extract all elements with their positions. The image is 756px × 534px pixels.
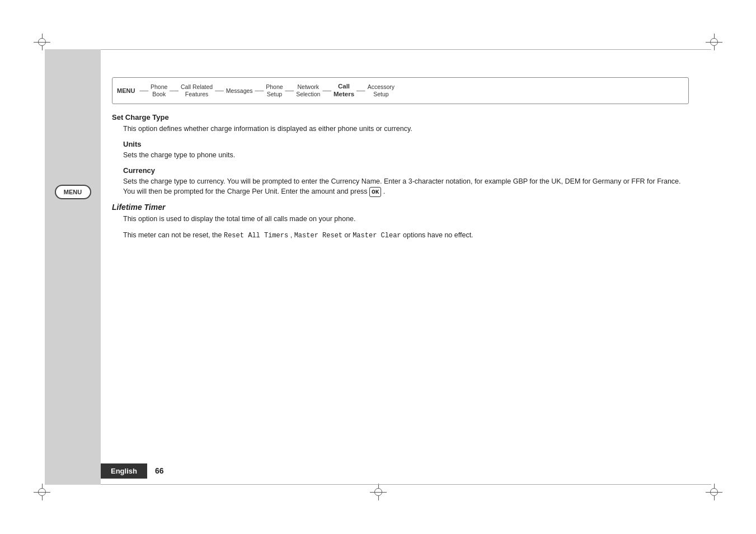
main-content: MENU ── PhoneBook ── Call RelatedFeature… bbox=[101, 49, 711, 485]
menu-button-area: MENU bbox=[45, 185, 101, 199]
menu-button-label: MENU bbox=[64, 189, 82, 195]
nav-item-call-meters[interactable]: CallMeters bbox=[334, 83, 354, 99]
section-body-lifetime-timer-2: This meter can not be reset, the Reset A… bbox=[123, 230, 689, 241]
nav-label-call-meters: CallMeters bbox=[334, 83, 354, 99]
section-title-set-charge-type: Set Charge Type bbox=[112, 113, 689, 121]
nav-label-accessory-setup: AccessorySetup bbox=[368, 83, 395, 97]
nav-label-phone-book: PhoneBook bbox=[151, 83, 167, 97]
crosshair-top-right bbox=[706, 34, 722, 50]
nav-arrow-5: ── bbox=[322, 87, 331, 94]
subsection-title-units: Units bbox=[123, 140, 689, 148]
nav-arrow-6: ── bbox=[356, 87, 365, 94]
lifetime-mid2: or bbox=[345, 231, 353, 239]
section-body-set-charge-type: This option defines whether charge infor… bbox=[123, 124, 689, 134]
nav-arrow-1: ── bbox=[170, 87, 179, 94]
currency-body-text: Sets the charge type to currency. You wi… bbox=[123, 177, 681, 196]
navigation-bar: MENU ── PhoneBook ── Call RelatedFeature… bbox=[112, 77, 689, 104]
left-sidebar bbox=[45, 49, 101, 485]
nav-label-phone-setup: PhoneSetup bbox=[266, 83, 283, 97]
nav-label-messages: Messages bbox=[226, 87, 253, 95]
lifetime-code2: Master Reset bbox=[294, 232, 342, 240]
nav-menu: MENU bbox=[117, 87, 137, 94]
ok-badge: OK bbox=[369, 187, 381, 198]
nav-item-messages[interactable]: Messages bbox=[226, 87, 253, 95]
crosshair-top-left bbox=[34, 34, 50, 50]
crosshair-bottom-left bbox=[34, 484, 50, 500]
footer-page-number: 66 bbox=[155, 466, 164, 475]
crosshair-center-bottom bbox=[370, 484, 387, 500]
footer-language: English bbox=[101, 463, 147, 479]
lifetime-prefix: This meter can not be reset, the bbox=[123, 231, 222, 239]
lifetime-suffix: options have no effect. bbox=[403, 231, 473, 239]
footer: English 66 bbox=[45, 457, 711, 485]
nav-arrow-0: ── bbox=[139, 87, 148, 94]
menu-tag: MENU bbox=[117, 87, 135, 94]
nav-item-phone-setup[interactable]: PhoneSetup bbox=[266, 83, 283, 97]
nav-label-network-selection: NetworkSelection bbox=[296, 83, 320, 97]
section-set-charge-type: Set Charge Type This option defines whet… bbox=[112, 113, 689, 134]
section-lifetime-timer: Lifetime Timer This option is used to di… bbox=[112, 203, 689, 241]
section-units: Units Sets the charge type to phone unit… bbox=[112, 140, 689, 161]
nav-item-phone-book[interactable]: PhoneBook bbox=[151, 83, 167, 97]
nav-item-accessory-setup[interactable]: AccessorySetup bbox=[368, 83, 395, 97]
nav-item-network-selection[interactable]: NetworkSelection bbox=[296, 83, 320, 97]
subsection-title-currency: Currency bbox=[123, 166, 689, 175]
section-currency: Currency Sets the charge type to currenc… bbox=[112, 166, 689, 198]
nav-label-call-related-features: Call RelatedFeatures bbox=[181, 83, 213, 97]
nav-arrow-4: ── bbox=[285, 87, 294, 94]
currency-period: . bbox=[383, 188, 385, 195]
section-body-lifetime-timer-1: This option is used to display the total… bbox=[123, 214, 689, 224]
crosshair-bottom-right bbox=[706, 484, 722, 500]
section-body-units: Sets the charge type to phone units. bbox=[123, 150, 689, 161]
content-body: Set Charge Type This option defines whet… bbox=[112, 113, 689, 241]
lifetime-mid: , bbox=[290, 231, 294, 239]
nav-item-call-related-features[interactable]: Call RelatedFeatures bbox=[181, 83, 213, 97]
nav-arrow-3: ── bbox=[255, 87, 264, 94]
menu-button[interactable]: MENU bbox=[55, 185, 91, 199]
lifetime-code3: Master Clear bbox=[353, 232, 401, 240]
section-body-currency: Sets the charge type to currency. You wi… bbox=[123, 176, 689, 198]
section-title-lifetime-timer: Lifetime Timer bbox=[112, 203, 689, 212]
lifetime-code1: Reset All Timers bbox=[224, 232, 288, 240]
nav-arrow-2: ── bbox=[215, 87, 224, 94]
